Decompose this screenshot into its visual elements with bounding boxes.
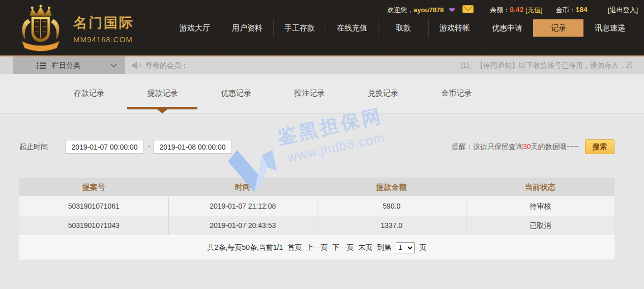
- record-tabs: 存款记录 提款记录 优惠记录 投注记录 兑换记录 金币记录: [0, 74, 644, 114]
- start-date-input[interactable]: [65, 140, 144, 154]
- pagination-next[interactable]: 下一页: [332, 243, 354, 252]
- tab-withdraw-records[interactable]: 提款记录: [127, 89, 198, 109]
- reminder-days: 30: [523, 142, 531, 151]
- page-select[interactable]: 1: [396, 242, 415, 253]
- category-bar: 栏目分类 尊敬的会员： (1)、【停用通知】以下收款账号已停用，请勿存入，若: [0, 56, 644, 74]
- tab-promo-records[interactable]: 优惠记录: [200, 89, 272, 109]
- recharge-link[interactable]: [充值]: [525, 6, 542, 14]
- search-button[interactable]: 搜索: [585, 139, 614, 154]
- table-header-status: 当前状态: [466, 178, 615, 196]
- page: { "header": { "brand": { "name": "名门国际",…: [0, 0, 644, 289]
- goto-prefix: 到第: [377, 243, 391, 252]
- end-date-input[interactable]: [153, 140, 232, 154]
- notice-prefix: 尊敬的会员：: [145, 56, 188, 74]
- tab-exchange-records[interactable]: 兑换记录: [347, 89, 419, 109]
- brand-logo[interactable]: 名门国际 MM94168.COM: [15, 3, 134, 54]
- goto-suffix: 页: [419, 243, 426, 252]
- list-icon: [37, 62, 46, 69]
- cell-amount: 590.0: [317, 197, 466, 216]
- username: ayou7878: [414, 6, 444, 14]
- nav-item-manual-deposit[interactable]: 手工存款: [273, 19, 326, 37]
- table-row: 5031901071043 2019-01-07 20:43:53 1337.0…: [19, 216, 614, 235]
- cell-time: 2019-01-07 21:12:08: [168, 197, 317, 216]
- cell-status: 已取消: [466, 216, 615, 235]
- balance-value: 0.42: [510, 6, 523, 14]
- heart-icon[interactable]: ❤: [449, 6, 455, 15]
- table-header-proposal: 提案号: [19, 178, 168, 196]
- balance-group: 余额：0.42[充值]: [490, 6, 542, 15]
- user-bar: 欢迎您，ayou7878 ❤ 余额：0.42[充值] 金币：184 [退出登入]: [326, 5, 638, 15]
- withdraw-table: 提案号 时间 提款金额 当前状态 5031901071061 2019-01-0…: [19, 178, 614, 259]
- pagination-summary: 共2条,每页50条,当前1/1: [208, 243, 283, 252]
- brand-domain: MM94168.COM: [73, 35, 134, 44]
- coins-value: 184: [575, 6, 587, 14]
- filter-right: 提醒：这边只保留查询30天的数据哦~~~ 搜索: [452, 139, 614, 154]
- nav-item-online-recharge[interactable]: 在线充值: [326, 19, 378, 37]
- coins-label: 金币：: [555, 6, 575, 14]
- date-range-label: 起止时间: [19, 142, 48, 152]
- tab-coin-records[interactable]: 金币记录: [421, 89, 492, 109]
- category-label: 栏目分类: [52, 61, 80, 70]
- reminder-text: 提醒：这边只保留查询30天的数据哦~~~: [452, 142, 579, 152]
- welcome-text: 欢迎您，ayou7878: [387, 6, 444, 15]
- date-separator: -: [148, 142, 151, 151]
- cell-status: 待审核: [466, 197, 615, 216]
- nav-item-messages[interactable]: 讯息速递: [583, 19, 636, 37]
- chevron-down-icon: [110, 64, 117, 68]
- nav-item-game-hall[interactable]: 游戏大厅: [169, 19, 221, 37]
- nav-item-withdraw[interactable]: 取款: [378, 19, 428, 37]
- table-header-amount: 提款金额: [317, 178, 466, 196]
- speaker-icon: [131, 61, 142, 72]
- nav-item-promo-apply[interactable]: 优惠申请: [481, 19, 533, 37]
- notice-marquee: (1)、【停用通知】以下收款账号已停用，请勿存入，若: [460, 56, 633, 74]
- table-row: 5031901071061 2019-01-07 21:12:08 590.0 …: [19, 196, 614, 216]
- logout-link[interactable]: [退出登入]: [608, 6, 638, 15]
- cell-amount: 1337.0: [317, 216, 466, 235]
- pagination-prev[interactable]: 上一页: [306, 243, 328, 252]
- cell-proposal: 5031901071043: [19, 216, 168, 235]
- mail-icon[interactable]: [462, 5, 474, 15]
- tab-deposit-records[interactable]: 存款记录: [53, 89, 125, 109]
- site-header: 名门国际 MM94168.COM 欢迎您，ayou7878 ❤ 余额：0.42[…: [0, 0, 644, 56]
- category-dropdown[interactable]: 栏目分类: [13, 56, 125, 74]
- cell-time: 2019-01-07 20:43:53: [168, 216, 317, 235]
- nav-item-profile[interactable]: 用户资料: [221, 19, 273, 37]
- tab-bet-records[interactable]: 投注记录: [274, 89, 345, 109]
- coins-group: 金币：184: [555, 6, 587, 15]
- filter-row: 起止时间 - 提醒：这边只保留查询30天的数据哦~~~ 搜索: [19, 139, 614, 154]
- crest-icon: [15, 3, 66, 54]
- table-header-row: 提案号 时间 提款金额 当前状态: [19, 178, 614, 196]
- pagination: 共2条,每页50条,当前1/1 首页 上一页 下一页 末页 到第 1 页: [19, 235, 614, 259]
- pagination-first[interactable]: 首页: [287, 243, 302, 252]
- main-nav: 游戏大厅 用户资料 手工存款 在线充值 取款 游戏转帐 优惠申请 记录 讯息速递: [169, 19, 636, 37]
- cell-proposal: 5031901071061: [19, 197, 168, 216]
- nav-item-transfer[interactable]: 游戏转帐: [428, 19, 481, 37]
- nav-item-records[interactable]: 记录: [533, 19, 583, 37]
- pagination-last[interactable]: 末页: [358, 243, 372, 252]
- table-header-time: 时间: [168, 178, 317, 196]
- balance-label: 余额：: [490, 6, 510, 14]
- brand-title: 名门国际: [73, 14, 134, 32]
